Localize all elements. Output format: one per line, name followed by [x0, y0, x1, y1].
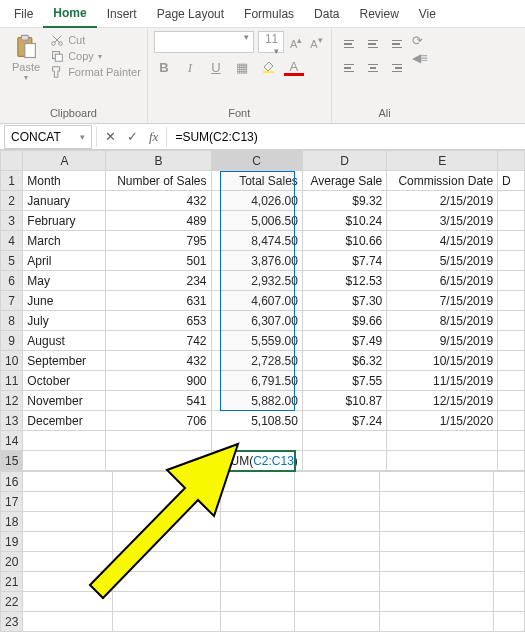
formula-input[interactable]: =SUM(C2:C13) — [169, 130, 525, 144]
cell[interactable] — [380, 492, 494, 512]
cell[interactable]: 7/15/2019 — [387, 291, 498, 311]
row-header[interactable]: 11 — [1, 371, 23, 391]
cell[interactable] — [498, 271, 525, 291]
cell[interactable] — [498, 251, 525, 271]
orientation-button[interactable]: ⟳ — [412, 33, 428, 48]
cell[interactable] — [220, 492, 294, 512]
row-header[interactable]: 2 — [1, 191, 23, 211]
tab-file[interactable]: File — [4, 1, 43, 27]
cell[interactable]: $7.55 — [302, 371, 386, 391]
cell[interactable] — [294, 492, 380, 512]
cell[interactable] — [23, 492, 113, 512]
row-header[interactable]: 6 — [1, 271, 23, 291]
cell[interactable]: $9.32 — [302, 191, 386, 211]
col-header-F[interactable] — [498, 151, 525, 171]
cell[interactable] — [220, 552, 294, 572]
cell[interactable] — [220, 612, 294, 632]
cell[interactable] — [294, 572, 380, 592]
col-header-A[interactable]: A — [23, 151, 106, 171]
cell[interactable] — [498, 411, 525, 431]
cell[interactable] — [294, 592, 380, 612]
cell[interactable]: July — [23, 311, 106, 331]
cell[interactable]: 432 — [106, 351, 211, 371]
cell[interactable]: 5,006.50 — [211, 211, 302, 231]
row-header[interactable]: 8 — [1, 311, 23, 331]
italic-button[interactable]: I — [180, 60, 200, 76]
select-all-corner[interactable] — [1, 151, 23, 171]
tab-pagelayout[interactable]: Page Layout — [147, 1, 234, 27]
row-header[interactable]: 4 — [1, 231, 23, 251]
cell[interactable]: $10.87 — [302, 391, 386, 411]
cell-grid[interactable]: A B C D E 1 Month Number of Sales Total … — [0, 150, 525, 471]
cell[interactable]: 2,728.50 — [211, 351, 302, 371]
cell[interactable] — [113, 612, 221, 632]
cell[interactable]: February — [23, 211, 106, 231]
row-header[interactable]: 13 — [1, 411, 23, 431]
cell[interactable] — [294, 512, 380, 532]
cell[interactable] — [294, 612, 380, 632]
cell[interactable] — [23, 552, 113, 572]
cell[interactable] — [498, 231, 525, 251]
cell[interactable] — [380, 612, 494, 632]
cell[interactable] — [23, 431, 106, 451]
cell[interactable]: 5/15/2019 — [387, 251, 498, 271]
cell[interactable] — [302, 431, 386, 451]
cell[interactable] — [113, 532, 221, 552]
row-header[interactable]: 23 — [1, 612, 23, 632]
cell[interactable] — [494, 492, 525, 512]
cell[interactable] — [294, 472, 380, 492]
cell[interactable]: September — [23, 351, 106, 371]
bold-button[interactable]: B — [154, 60, 174, 75]
row-header[interactable]: 15 — [1, 451, 23, 471]
cell[interactable] — [498, 191, 525, 211]
cell[interactable]: $9.66 — [302, 311, 386, 331]
cell[interactable] — [498, 291, 525, 311]
cell[interactable] — [211, 431, 302, 451]
cancel-button[interactable]: ✕ — [99, 129, 121, 144]
cell-editing[interactable]: =SUM(C2:C13) — [211, 451, 302, 471]
cell[interactable] — [302, 451, 386, 471]
cell[interactable]: $7.24 — [302, 411, 386, 431]
cell[interactable]: 795 — [106, 231, 211, 251]
cell[interactable]: 3/15/2019 — [387, 211, 498, 231]
cell[interactable] — [498, 431, 525, 451]
row-header[interactable]: 22 — [1, 592, 23, 612]
paste-button[interactable]: Paste ▾ — [6, 31, 46, 105]
cell[interactable] — [23, 572, 113, 592]
align-middle-button[interactable] — [362, 33, 384, 55]
cell[interactable]: 8,474.50 — [211, 231, 302, 251]
cell[interactable] — [113, 572, 221, 592]
cell[interactable] — [380, 572, 494, 592]
cell[interactable]: 631 — [106, 291, 211, 311]
cell[interactable]: 9/15/2019 — [387, 331, 498, 351]
cell[interactable] — [498, 311, 525, 331]
cell[interactable] — [380, 472, 494, 492]
cell[interactable]: 8/15/2019 — [387, 311, 498, 331]
cell[interactable] — [113, 592, 221, 612]
underline-button[interactable]: U — [206, 60, 226, 75]
cell[interactable] — [494, 572, 525, 592]
cell[interactable]: $12.53 — [302, 271, 386, 291]
decrease-font-button[interactable]: A▾ — [308, 32, 324, 52]
cell[interactable]: 4/15/2019 — [387, 231, 498, 251]
cell[interactable]: $7.74 — [302, 251, 386, 271]
cell[interactable]: 6/15/2019 — [387, 271, 498, 291]
col-header-D[interactable]: D — [302, 151, 386, 171]
cell[interactable]: 11/15/2019 — [387, 371, 498, 391]
tab-home[interactable]: Home — [43, 0, 96, 28]
cell[interactable]: 3,876.00 — [211, 251, 302, 271]
cell[interactable]: $6.32 — [302, 351, 386, 371]
align-bottom-button[interactable] — [386, 33, 408, 55]
cell[interactable] — [113, 472, 221, 492]
cell[interactable] — [494, 592, 525, 612]
cell[interactable] — [380, 592, 494, 612]
cell[interactable] — [380, 532, 494, 552]
row-header[interactable]: 21 — [1, 572, 23, 592]
tab-formulas[interactable]: Formulas — [234, 1, 304, 27]
cell[interactable]: October — [23, 371, 106, 391]
align-center-button[interactable] — [362, 57, 384, 79]
cell[interactable]: 6,307.00 — [211, 311, 302, 331]
cell[interactable] — [23, 592, 113, 612]
tab-insert[interactable]: Insert — [97, 1, 147, 27]
row-header[interactable]: 3 — [1, 211, 23, 231]
